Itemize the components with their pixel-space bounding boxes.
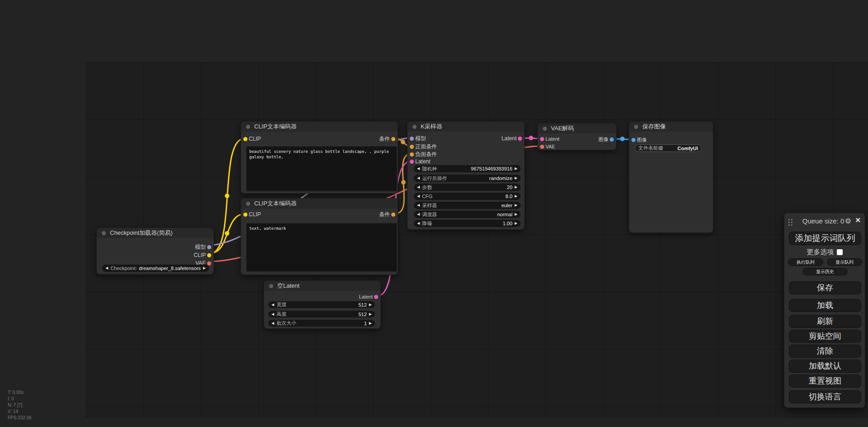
collapse-dot-icon[interactable] xyxy=(246,202,250,206)
next-arrow-icon[interactable]: ▶ xyxy=(515,204,517,207)
node-clip-encode-negative[interactable]: CLIP文本编码器 CLIP 条件 text, watermark xyxy=(241,198,398,275)
next-arrow-icon[interactable]: ▶ xyxy=(515,185,517,189)
input-positive: 正面条件 xyxy=(408,143,437,150)
refresh-button[interactable]: 刷新 xyxy=(789,315,861,328)
cfg-widget[interactable]: ◀ CFG 8.0 ▶ xyxy=(414,193,521,200)
node-vae-decode[interactable]: VAE解码 Latent VAE 图像 xyxy=(537,123,617,150)
vae-port-icon[interactable] xyxy=(540,145,544,149)
prev-arrow-icon[interactable]: ◀ xyxy=(417,213,420,216)
height-widget[interactable]: ◀ 高度 512 ▶ xyxy=(268,311,375,318)
queue-menu-panel: Queue size: 0 ⚙ ✕ 添加提示词队列 更多选项 执行队列 显示队列… xyxy=(784,213,865,408)
latent-port-icon[interactable] xyxy=(410,160,414,164)
next-arrow-icon[interactable]: ▶ xyxy=(515,176,517,180)
next-arrow-icon[interactable]: ▶ xyxy=(515,195,517,198)
clip-port-icon[interactable] xyxy=(207,253,211,257)
latent-port-icon[interactable] xyxy=(540,137,544,141)
node-title: K采样器 xyxy=(421,123,442,130)
vae-port-icon[interactable] xyxy=(207,261,211,266)
next-arrow-icon[interactable]: ▶ xyxy=(515,213,517,216)
prompt-textarea[interactable]: text, watermark xyxy=(246,223,397,272)
prev-arrow-icon[interactable]: ◀ xyxy=(417,204,420,207)
view-queue-button[interactable]: 显示队列 xyxy=(827,258,862,266)
latent-port-icon[interactable] xyxy=(374,295,378,299)
node-title-bar[interactable]: CLIP文本编码器 xyxy=(241,122,398,132)
image-port-icon[interactable] xyxy=(610,138,614,142)
node-empty-latent[interactable]: 空Latent Latent ◀ 宽度 512 ▶ ◀ 高度 512 ▶ ◀ 批… xyxy=(264,280,381,329)
node-title-bar[interactable]: CLIP文本编码器 xyxy=(241,199,398,209)
reset-view-button[interactable]: 重置视图 xyxy=(789,375,861,388)
clipspace-button[interactable]: 剪贴空间 xyxy=(789,330,861,343)
node-title-bar[interactable]: Checkpoint加载器(简易) xyxy=(97,228,213,238)
node-save-image[interactable]: 保存图像 图像 文件名前缀 ComfyUI xyxy=(629,121,713,233)
node-checkpoint-loader[interactable]: Checkpoint加载器(简易) 模型 CLIP VAE ◀ Checkpoi… xyxy=(96,228,214,275)
collapse-dot-icon[interactable] xyxy=(413,125,417,129)
denoise-widget[interactable]: ◀ 降噪 1.00 ▶ xyxy=(414,220,521,227)
prev-arrow-icon[interactable]: ◀ xyxy=(271,303,274,307)
load-button[interactable]: 加载 xyxy=(789,299,861,312)
control-after-generate-widget[interactable]: ◀ 运行后操作 randomize ▶ xyxy=(414,175,521,182)
node-title-bar[interactable]: K采样器 xyxy=(408,122,524,132)
view-history-button[interactable]: 显示历史 xyxy=(802,268,848,275)
queue-prompt-button[interactable]: 添加提示词队列 xyxy=(789,232,861,245)
toggle-language-button[interactable]: 切换语言 xyxy=(789,390,861,403)
conditioning-port-icon[interactable] xyxy=(410,145,414,149)
prev-arrow-icon[interactable]: ◀ xyxy=(271,322,274,325)
conditioning-port-icon[interactable] xyxy=(391,213,395,217)
steps-widget[interactable]: ◀ 步数 20 ▶ xyxy=(414,184,521,191)
stat-version: V: 14 xyxy=(8,408,32,415)
model-port-icon[interactable] xyxy=(207,245,211,249)
conditioning-port-icon[interactable] xyxy=(410,152,414,157)
scheduler-widget[interactable]: ◀ 调度器 normal ▶ xyxy=(414,211,521,218)
prev-arrow-icon[interactable]: ◀ xyxy=(271,313,274,316)
node-title: 保存图像 xyxy=(642,123,666,130)
collapse-dot-icon[interactable] xyxy=(246,125,250,129)
output-latent: Latent xyxy=(502,135,524,142)
node-title: Checkpoint加载器(简易) xyxy=(110,229,173,236)
collapse-dot-icon[interactable] xyxy=(543,127,547,131)
width-widget[interactable]: ◀ 宽度 512 ▶ xyxy=(268,301,375,308)
gear-icon[interactable]: ⚙ xyxy=(845,217,851,225)
next-arrow-icon[interactable]: ▶ xyxy=(369,322,372,325)
collapse-dot-icon[interactable] xyxy=(102,231,106,235)
prompt-textarea[interactable]: beautiful scenery nature glass bottle la… xyxy=(246,146,397,191)
collapse-dot-icon[interactable] xyxy=(269,284,273,288)
next-arrow-icon[interactable]: ▶ xyxy=(515,222,517,225)
node-title: 空Latent xyxy=(277,282,299,289)
next-arrow-icon[interactable]: ▶ xyxy=(203,266,206,270)
seed-widget[interactable]: ◀ 随机种 967519469393916 ▶ xyxy=(414,165,521,172)
next-arrow-icon[interactable]: ▶ xyxy=(369,313,372,316)
save-button[interactable]: 保存 xyxy=(789,281,861,294)
extra-options-checkbox[interactable] xyxy=(837,249,843,255)
model-port-icon[interactable] xyxy=(410,137,414,141)
queue-front-button[interactable]: 执行队列 xyxy=(788,258,823,266)
collapse-dot-icon[interactable] xyxy=(634,125,638,129)
sampler-widget[interactable]: ◀ 采样器 euler ▶ xyxy=(414,202,521,209)
prev-arrow-icon[interactable]: ◀ xyxy=(417,185,420,189)
close-icon[interactable]: ✕ xyxy=(855,216,861,224)
clear-button[interactable]: 清除 xyxy=(789,345,861,358)
node-title-bar[interactable]: 空Latent xyxy=(264,281,380,291)
input-image: 图像 xyxy=(629,137,647,143)
prev-arrow-icon[interactable]: ◀ xyxy=(105,266,108,270)
prev-arrow-icon[interactable]: ◀ xyxy=(417,195,420,198)
node-clip-encode-positive[interactable]: CLIP文本编码器 CLIP 条件 beautiful scenery natu… xyxy=(241,121,398,194)
latent-port-icon[interactable] xyxy=(518,137,522,141)
node-title-bar[interactable]: VAE解码 xyxy=(538,123,616,133)
checkpoint-name-widget[interactable]: ◀ Checkpoint名称 dreamshaper_8.safetensors… xyxy=(102,265,209,272)
stat-time: T: 0.00s xyxy=(8,389,32,396)
prev-arrow-icon[interactable]: ◀ xyxy=(417,167,420,171)
next-arrow-icon[interactable]: ▶ xyxy=(369,303,372,307)
clip-port-icon[interactable] xyxy=(243,213,247,217)
filename-prefix-widget[interactable]: 文件名前缀 ComfyUI xyxy=(635,144,702,152)
next-arrow-icon[interactable]: ▶ xyxy=(515,167,517,171)
node-title-bar[interactable]: 保存图像 xyxy=(629,122,713,132)
batch-size-widget[interactable]: ◀ 批次大小 1 ▶ xyxy=(268,320,375,327)
node-ksampler[interactable]: K采样器 模型 正面条件 负面条件 Latent Latent ◀ 随机种 96… xyxy=(407,121,525,230)
clip-port-icon[interactable] xyxy=(243,137,247,141)
conditioning-port-icon[interactable] xyxy=(391,137,395,141)
drag-handle-icon[interactable] xyxy=(787,218,793,227)
image-port-icon[interactable] xyxy=(631,138,636,142)
load-default-button[interactable]: 加载默认 xyxy=(789,360,861,373)
prev-arrow-icon[interactable]: ◀ xyxy=(417,176,420,180)
prev-arrow-icon[interactable]: ◀ xyxy=(417,222,420,225)
